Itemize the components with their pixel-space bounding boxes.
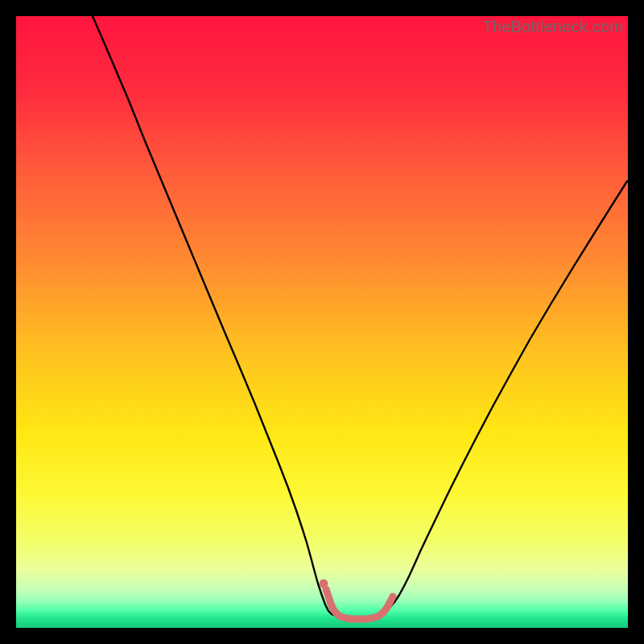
bottleneck-curve-layer <box>16 16 628 628</box>
chart-frame: TheBottleneck.com <box>16 16 628 628</box>
bottleneck-curve <box>93 16 627 617</box>
watermark-text: TheBottleneck.com <box>482 18 623 36</box>
svg-point-1 <box>320 580 328 588</box>
